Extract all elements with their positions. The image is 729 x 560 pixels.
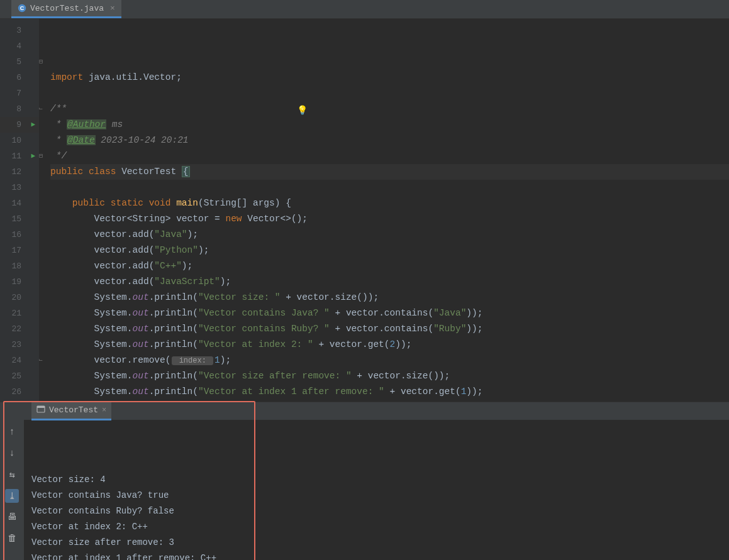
line-number[interactable]: 16	[0, 227, 39, 243]
run-header: VectorTest ×	[24, 402, 729, 420]
code-line[interactable]: System.out.println("Vector contains Ruby…	[50, 321, 729, 337]
code-line[interactable]: vector.add("Java");	[50, 227, 729, 243]
run-gutter-icon[interactable]: ▶	[31, 117, 35, 133]
file-tab-label: VectorTest.java	[30, 4, 104, 13]
line-number[interactable]: 19	[0, 274, 39, 290]
up-button[interactable]: ↑	[5, 425, 19, 439]
line-number[interactable]: 4	[0, 38, 39, 54]
line-number[interactable]: 8⌙	[0, 101, 39, 117]
console-line: Vector at index 1 after remove: C++	[31, 551, 721, 560]
svg-text:C: C	[20, 5, 25, 11]
file-tab[interactable]: C VectorTest.java ×	[11, 0, 121, 18]
java-class-icon: C	[18, 4, 26, 13]
code-line[interactable]: public static void main(String[] args) {	[50, 195, 729, 211]
scroll-to-end-button[interactable]: ⤓	[5, 489, 19, 503]
line-number[interactable]: 23	[0, 337, 39, 353]
code-line[interactable]: */	[50, 148, 729, 164]
code-editor[interactable]: 💡 import java.util.Vector; /** * @Author…	[39, 19, 729, 402]
close-run-tab-icon[interactable]: ×	[102, 406, 106, 415]
svg-rect-3	[37, 406, 45, 408]
print-button[interactable]: 🖶	[5, 510, 19, 524]
line-number[interactable]: 17	[0, 243, 39, 258]
console-line: Vector size after remove: 3	[31, 535, 721, 551]
code-line[interactable]: * @Author ms	[50, 117, 729, 133]
run-tab-label: VectorTest	[49, 405, 98, 415]
code-line[interactable]: vector.add("Python");	[50, 243, 729, 258]
line-number[interactable]: 9▶	[0, 117, 39, 133]
line-number[interactable]: 21	[0, 305, 39, 321]
run-toolbar: ↑ ↓ ⇆ ⤓ 🖶 🗑	[0, 402, 24, 560]
console-line: Vector at index 2: C++	[31, 519, 721, 535]
line-number[interactable]: 11▶⊟	[0, 148, 39, 164]
code-line[interactable]: * @Date 2023-10-24 20:21	[50, 133, 729, 148]
line-number-gutter[interactable]: 345⊟678⌙9▶1011▶⊟121314151617181920212223…	[0, 19, 39, 402]
run-config-tab[interactable]: VectorTest ×	[31, 402, 111, 420]
console-line: Vector contains Java? true	[31, 488, 721, 503]
line-number[interactable]: 6	[0, 70, 39, 85]
console-line: Vector size: 4	[31, 472, 721, 488]
console-line: Vector contains Ruby? false	[31, 503, 721, 519]
code-line[interactable]: System.out.println("Vector size after re…	[50, 368, 729, 384]
clear-button[interactable]: 🗑	[5, 532, 19, 546]
soft-wrap-button[interactable]: ⇆	[5, 468, 19, 481]
line-number[interactable]: 7	[0, 85, 39, 101]
line-number[interactable]: 13	[0, 180, 39, 195]
line-number[interactable]: 24⌙	[0, 353, 39, 368]
code-line[interactable]: vector.add("JavaScript");	[50, 274, 729, 290]
line-number[interactable]: 20	[0, 290, 39, 305]
run-content: VectorTest × Vector size: 4Vector contai…	[24, 402, 729, 560]
console-output[interactable]: Vector size: 4Vector contains Java? true…	[24, 420, 729, 560]
code-line[interactable]: }	[50, 400, 729, 402]
line-number[interactable]: 3	[0, 23, 39, 38]
intention-bulb-icon[interactable]: 💡	[297, 103, 308, 119]
code-line[interactable]: /**	[50, 101, 729, 117]
down-button[interactable]: ↓	[5, 446, 19, 460]
code-line[interactable]: System.out.println("Vector size: " + vec…	[50, 290, 729, 305]
code-line[interactable]: System.out.println("Vector at index 1 af…	[50, 384, 729, 400]
code-line[interactable]: public class VectorTest {	[50, 164, 729, 180]
code-line[interactable]: vector.remove( index: 1);	[50, 353, 729, 368]
line-number[interactable]: 10	[0, 133, 39, 148]
line-number[interactable]: 15	[0, 211, 39, 227]
line-number[interactable]: 12	[0, 164, 39, 180]
editor-area: 345⊟678⌙9▶1011▶⊟121314151617181920212223…	[0, 19, 729, 402]
code-line[interactable]: System.out.println("Vector at index 2: "…	[50, 337, 729, 353]
line-number[interactable]: 14	[0, 195, 39, 211]
code-line[interactable]: Vector<String> vector = new Vector<>();	[50, 211, 729, 227]
code-line[interactable]	[50, 85, 729, 101]
run-tool-window: ↑ ↓ ⇆ ⤓ 🖶 🗑 VectorTest × Vector size: 4V…	[0, 402, 729, 560]
editor-tab-bar: C VectorTest.java ×	[0, 0, 729, 19]
close-tab-icon[interactable]: ×	[110, 4, 115, 13]
console-icon	[36, 405, 45, 416]
code-line[interactable]: vector.add("C++");	[50, 258, 729, 274]
line-number[interactable]: 26	[0, 384, 39, 400]
line-number[interactable]: 22	[0, 321, 39, 337]
code-line[interactable]	[50, 180, 729, 195]
line-number[interactable]: 5⊟	[0, 54, 39, 70]
run-gutter-icon[interactable]: ▶	[31, 148, 35, 164]
code-line[interactable]: import java.util.Vector;	[50, 70, 729, 85]
line-number[interactable]: 18	[0, 258, 39, 274]
line-number[interactable]: 25	[0, 368, 39, 384]
code-line[interactable]: System.out.println("Vector contains Java…	[50, 305, 729, 321]
